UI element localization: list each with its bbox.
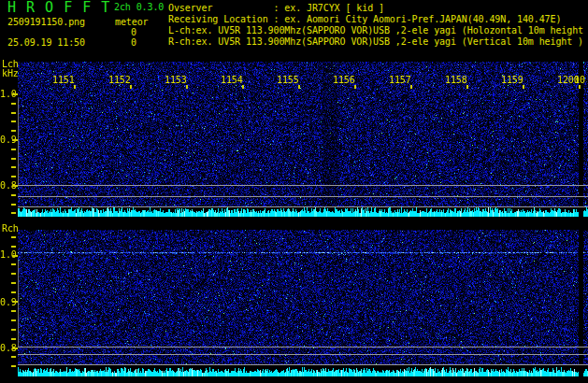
- axis-tick: [11, 338, 16, 340]
- axis-tick: [12, 185, 18, 187]
- rch-info-line: R-ch:ex. UV5R 113.900Mhz(SAPPORO VOR)USB…: [168, 36, 583, 48]
- axis-tick: [11, 282, 16, 284]
- time-label-1156: 1156: [333, 75, 355, 86]
- axis-tick: [12, 139, 18, 141]
- hrofft-output-image: H R O F F T 2ch 0.3.0 2509191150.png met…: [0, 0, 588, 383]
- axis-tick: [466, 85, 468, 89]
- axis-tick: [11, 236, 16, 238]
- location-info-line: Receiving Location : ex. Aomori City Aom…: [168, 14, 561, 25]
- axis-tick: [11, 121, 16, 122]
- axis-tick: [11, 310, 16, 312]
- axis-tick: [11, 319, 16, 321]
- axis-tick: [12, 93, 18, 95]
- lch-info-line: L-ch:ex. UV5R 113.900Mhz(SAPPORO VOR)USB…: [168, 25, 583, 36]
- axis-tick: [11, 176, 16, 177]
- axis-tick: [579, 85, 581, 89]
- app-title: H R O F F T: [7, 2, 110, 13]
- axis-tick: [12, 255, 18, 257]
- axis-tick: [11, 263, 16, 265]
- axis-tick: [11, 329, 16, 331]
- axis-tick: [523, 85, 524, 89]
- axis-tick: [12, 348, 18, 349]
- time-label-1154: 1154: [221, 75, 243, 86]
- axis-tick: [11, 194, 16, 196]
- axis-tick: [11, 356, 16, 358]
- axis-tick: [11, 166, 16, 168]
- axis-tick: [11, 273, 16, 275]
- rch-channel-label: Rch: [2, 223, 19, 234]
- axis-tick: [12, 301, 18, 303]
- axis-tick: [186, 85, 188, 89]
- meteor-count-rch: 0: [131, 37, 136, 49]
- axis-tick: [11, 149, 16, 150]
- axis-tick: [11, 158, 16, 160]
- axis-tick: [130, 85, 132, 89]
- rch-ytick-0_9: 0.9: [0, 297, 16, 308]
- time-label-1152: 1152: [108, 75, 131, 86]
- time-label-1151: 1151: [52, 75, 75, 86]
- axis-tick: [242, 85, 244, 89]
- time-label-1155: 1155: [277, 75, 299, 86]
- time-label-1158: 1158: [445, 75, 467, 86]
- axis-tick: [11, 103, 16, 105]
- axis-tick: [11, 112, 16, 114]
- axis-tick: [11, 365, 16, 367]
- time-label-1157: 1157: [389, 75, 411, 86]
- observer-info-line: Ovserver : ex. JR7CYX [ kid ]: [168, 3, 384, 14]
- axis-tick: [354, 85, 356, 89]
- time-label-1153: 1153: [165, 75, 187, 86]
- axis-tick: [410, 85, 412, 89]
- output-filename: 2509191150.png: [7, 17, 85, 28]
- axis-tick: [11, 212, 16, 214]
- axis-tick: [298, 85, 300, 89]
- axis-tick: [11, 130, 16, 132]
- rch-spectrogram-canvas: [18, 230, 588, 376]
- axis-tick: [11, 204, 16, 206]
- time-label-1159: 1159: [501, 75, 523, 86]
- axis-tick: [11, 291, 16, 293]
- axis-tick: [74, 85, 76, 89]
- channel-version-label: 2ch 0.3.0: [114, 2, 164, 13]
- lch-unit-label: kHz: [2, 68, 19, 79]
- axis-tick: [11, 246, 16, 248]
- timestamp: 25.09.19 11:50: [7, 37, 85, 49]
